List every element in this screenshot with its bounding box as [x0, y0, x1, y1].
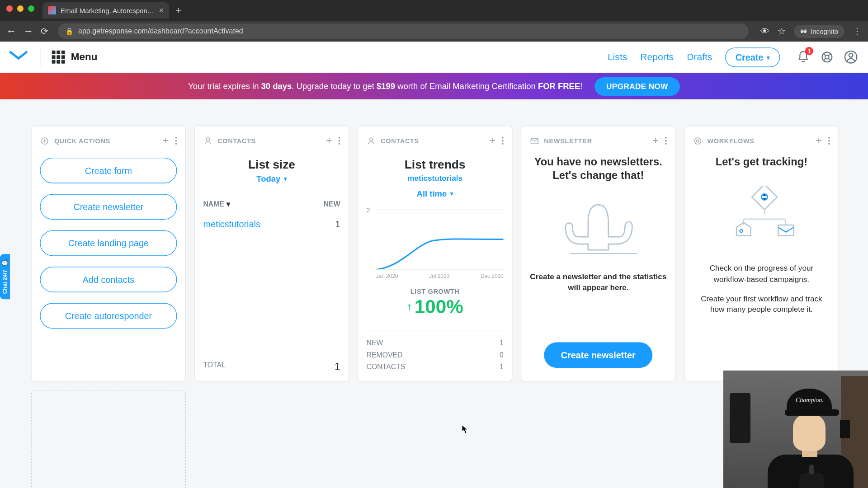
arrow-up-icon: ↑	[407, 300, 412, 313]
plus-circle-icon	[40, 136, 49, 145]
notifications-button[interactable]: 1	[796, 49, 811, 65]
stat-removed: REMOVED0	[367, 351, 504, 359]
add-widget-icon[interactable]: +	[326, 135, 333, 147]
sort-icon: ▾	[226, 200, 230, 208]
quick-actions-card: QUICK ACTIONS + Create form Create newsl…	[31, 126, 186, 382]
svg-point-5	[206, 137, 209, 141]
nav-reports[interactable]: Reports	[640, 52, 674, 62]
trend-chart: 2 Jan 2020 Jul 2020 Dec 2020	[367, 206, 504, 278]
time-range-selector[interactable]: All time▾	[367, 189, 504, 198]
list-name-link[interactable]: meticstutorials	[367, 174, 504, 183]
cactus-illustration	[530, 197, 667, 255]
list-size-table: NAME▾ NEW meticstutorials 1	[203, 200, 340, 230]
growth-value: ↑ 100%	[367, 296, 504, 318]
svg-point-17	[740, 230, 742, 232]
forward-button[interactable]: →	[24, 25, 33, 37]
total-row: TOTAL 1	[203, 361, 340, 372]
add-contacts-button[interactable]: Add contacts	[40, 267, 177, 292]
nav-drafts[interactable]: Drafts	[687, 52, 712, 62]
add-widget-icon[interactable]: +	[816, 135, 822, 147]
create-label: Create	[736, 52, 764, 62]
card-menu-icon[interactable]	[828, 137, 830, 145]
webcam-overlay: Champion.	[723, 371, 868, 488]
list-trends-card: CONTACTS + List trends meticstutorials A…	[358, 126, 513, 382]
notification-badge: 1	[805, 47, 813, 55]
contact-icon	[367, 136, 376, 145]
list-new-count: 1	[309, 208, 340, 229]
svg-rect-11	[752, 186, 777, 210]
add-widget-card[interactable]: Add new widget	[31, 390, 186, 488]
trial-text: Your trial expires in 30 days. Upgrade t…	[188, 81, 582, 91]
back-button[interactable]: ←	[6, 25, 16, 37]
mac-fullscreen-icon[interactable]	[28, 5, 34, 12]
svg-point-10	[697, 140, 699, 142]
svg-point-3	[849, 53, 853, 57]
browser-menu-icon[interactable]: ⋮	[853, 26, 862, 37]
address-bar[interactable]: 🔒 app.getresponse.com/dashboard?accountA…	[58, 23, 749, 39]
nav-lists[interactable]: Lists	[608, 52, 627, 62]
chat-icon: 💬	[2, 259, 8, 266]
workflows-text2: Create your first workflow and track how…	[693, 293, 830, 315]
incognito-label: Incognito	[811, 28, 838, 35]
close-icon[interactable]: ×	[159, 6, 164, 15]
svg-rect-7	[531, 138, 538, 143]
lock-icon: 🔒	[65, 27, 74, 35]
list-size-card: CONTACTS + List size Today▾ NAME▾ NEW me…	[194, 126, 349, 382]
svg-point-1	[825, 55, 829, 59]
empty-subtext: Create a newsletter and the statistics w…	[530, 271, 667, 293]
incognito-indicator: 🕶 Incognito	[794, 25, 844, 38]
menu-label[interactable]: Menu	[71, 51, 98, 63]
chevron-down-icon: ▾	[284, 175, 287, 182]
mac-close-icon[interactable]	[6, 5, 13, 12]
workflows-text1: Check on the progress of your workflow-b…	[693, 263, 830, 285]
browser-urlbar: ← → ⟳ 🔒 app.getresponse.com/dashboard?ac…	[0, 21, 868, 42]
growth-label: LIST GROWTH	[367, 287, 504, 295]
card-menu-icon[interactable]	[339, 137, 340, 145]
app-logo[interactable]	[9, 50, 28, 64]
workflows-heading: Let's get tracking!	[693, 155, 830, 169]
mac-window-controls	[0, 0, 41, 5]
create-autoresponder-button[interactable]: Create autoresponder	[40, 303, 177, 329]
create-form-button[interactable]: Create form	[40, 158, 177, 183]
x-axis-labels: Jan 2020 Jul 2020 Dec 2020	[376, 273, 504, 279]
card-menu-icon[interactable]	[175, 137, 177, 145]
chevron-down-icon: ▾	[450, 190, 453, 197]
apps-grid-icon[interactable]	[52, 51, 65, 64]
svg-rect-18	[778, 225, 793, 236]
upgrade-button[interactable]: UPGRADE NOW	[594, 77, 680, 95]
account-button[interactable]	[843, 49, 859, 65]
bookmark-icon[interactable]: ☆	[778, 26, 786, 37]
add-widget-icon[interactable]: +	[489, 135, 496, 147]
new-tab-button[interactable]: +	[175, 5, 181, 16]
create-landing-page-button[interactable]: Create landing page	[40, 230, 177, 256]
table-row: meticstutorials 1	[203, 208, 340, 229]
browser-tab[interactable]: Email Marketing, Autoresponde ×	[42, 2, 169, 19]
stat-new: NEW1	[367, 339, 504, 347]
cap-logo-text: Champion.	[796, 397, 824, 404]
create-newsletter-button[interactable]: Create newsletter	[40, 194, 177, 220]
svg-point-9	[694, 137, 701, 144]
url-text: app.getresponse.com/dashboard?accountAct…	[78, 27, 243, 35]
card-menu-icon[interactable]	[665, 137, 667, 145]
chat-tab[interactable]: Chat 24/7 💬	[0, 254, 10, 299]
create-button[interactable]: Create ▾	[725, 47, 780, 67]
date-range-selector[interactable]: Today▾	[203, 174, 340, 183]
col-name: NAME▾	[203, 200, 309, 208]
add-widget-icon[interactable]: +	[652, 135, 659, 147]
reload-button[interactable]: ⟳	[41, 26, 51, 37]
add-widget-icon[interactable]: +	[163, 135, 170, 147]
mac-minimize-icon[interactable]	[17, 5, 24, 12]
trial-banner: Your trial expires in 30 days. Upgrade t…	[0, 73, 868, 99]
list-name-link[interactable]: meticstutorials	[203, 208, 309, 229]
privacy-icon[interactable]: 👁	[760, 26, 769, 37]
card-menu-icon[interactable]	[502, 137, 504, 145]
incognito-icon: 🕶	[800, 28, 807, 35]
create-newsletter-cta[interactable]: Create newsletter	[544, 343, 652, 368]
help-button[interactable]	[819, 49, 835, 65]
workflows-card: WORKFLOWS + Let's get tracking!	[684, 126, 839, 382]
list-size-title: List size	[203, 158, 340, 171]
list-trends-title: List trends	[367, 158, 504, 171]
contact-icon	[203, 136, 212, 145]
card-title: QUICK ACTIONS	[54, 137, 110, 145]
workflow-illustration	[693, 186, 830, 239]
